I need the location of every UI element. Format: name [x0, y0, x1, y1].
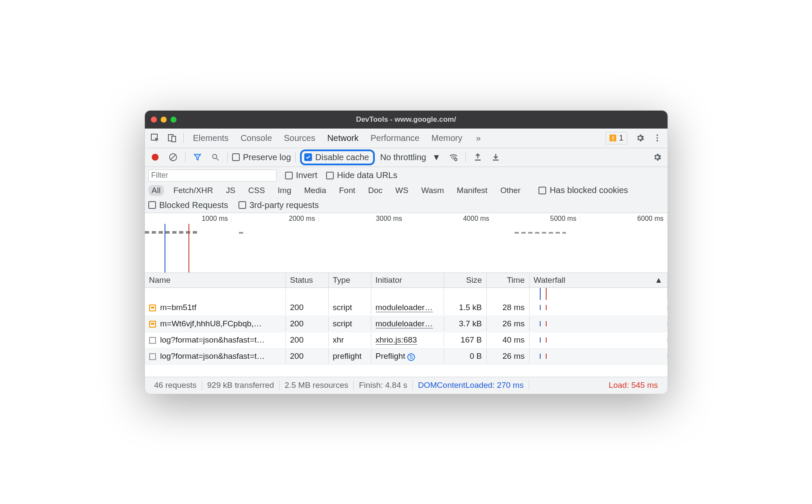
divider — [227, 152, 228, 162]
has-blocked-cookies-checkbox[interactable]: Has blocked cookies — [538, 185, 628, 195]
main-tabstrip: ElementsConsoleSourcesNetworkPerformance… — [145, 129, 668, 148]
divider — [185, 152, 185, 162]
table-row[interactable]: m=Wt6vjf,hhhU8,FCpbqb,…200scriptmodulelo… — [145, 316, 668, 332]
filter-chip-doc[interactable]: Doc — [365, 185, 386, 196]
kebab-menu-icon[interactable] — [650, 130, 665, 146]
filter-chip-media[interactable]: Media — [301, 185, 330, 196]
tab-performance[interactable]: Performance — [365, 128, 426, 148]
issues-badge[interactable]: ! 1 — [606, 132, 627, 144]
blocked-requests-checkbox[interactable]: Blocked Requests — [148, 200, 228, 210]
svg-line-7 — [171, 155, 175, 160]
th-status[interactable]: Status — [286, 273, 329, 287]
cell-waterfall — [530, 305, 668, 310]
filter-chip-js[interactable]: JS — [223, 185, 239, 196]
th-initiator[interactable]: Initiator — [371, 273, 444, 287]
disable-cache-label: Disable cache — [315, 152, 369, 162]
checkbox-unchecked-icon — [148, 201, 156, 209]
status-transferred: 929 kB transferred — [202, 381, 279, 390]
svg-line-9 — [216, 158, 218, 161]
cell-size: 167 B — [444, 333, 487, 347]
filter-chip-ws[interactable]: WS — [392, 185, 412, 196]
invert-checkbox[interactable]: Invert — [285, 170, 318, 180]
issues-warning-icon: ! — [609, 135, 616, 141]
hide-data-urls-checkbox[interactable]: Hide data URLs — [326, 170, 397, 180]
network-conditions-icon[interactable] — [446, 149, 461, 165]
download-har-icon[interactable] — [488, 149, 503, 165]
disable-cache-checkbox[interactable]: Disable cache — [304, 152, 369, 162]
cell-initiator[interactable]: moduleloader… — [376, 303, 433, 312]
th-name[interactable]: Name — [145, 273, 286, 287]
close-window-button[interactable] — [151, 117, 157, 123]
cell-initiator[interactable]: Preflight — [376, 352, 406, 360]
filter-chip-img[interactable]: Img — [274, 185, 295, 196]
cell-status: 200 — [286, 333, 329, 347]
cell-waterfall — [530, 321, 668, 326]
maximize-window-button[interactable] — [171, 117, 177, 123]
sort-triangle-icon: ▲ — [655, 275, 663, 285]
third-party-checkbox[interactable]: 3rd-party requests — [238, 200, 319, 210]
tab-memory[interactable]: Memory — [426, 128, 468, 148]
cell-initiator[interactable]: xhrio.js:683 — [376, 335, 417, 345]
overview-tick: 5000 ms — [493, 215, 580, 223]
tab-more[interactable]: » — [470, 128, 487, 148]
cell-name: m=bm51tf — [160, 303, 197, 312]
minimize-window-button[interactable] — [161, 117, 167, 123]
clear-icon[interactable] — [165, 149, 181, 165]
waterfall-header-label: Waterfall — [534, 275, 565, 285]
file-type-icon — [149, 353, 156, 360]
disable-cache-highlight: Disable cache — [300, 149, 375, 165]
overview-tick: 3000 ms — [319, 215, 406, 223]
cell-time: 40 ms — [487, 333, 530, 347]
tab-network[interactable]: Network — [321, 128, 365, 148]
tab-console[interactable]: Console — [235, 128, 278, 148]
filter-chip-all[interactable]: All — [148, 185, 164, 196]
filter-chip-other[interactable]: Other — [497, 185, 524, 196]
upload-har-icon[interactable] — [470, 149, 485, 165]
filter-chip-css[interactable]: CSS — [245, 185, 268, 196]
svg-point-10 — [455, 158, 457, 161]
settings-gear-icon[interactable] — [633, 130, 648, 146]
throttling-dropdown[interactable]: No throttling ▼ — [377, 152, 443, 162]
th-time[interactable]: Time — [487, 273, 530, 287]
network-settings-gear-icon[interactable] — [650, 149, 665, 165]
filter-funnel-icon[interactable] — [190, 149, 205, 165]
svg-point-5 — [656, 140, 658, 142]
svg-rect-2 — [172, 136, 176, 142]
network-toolbar: Preserve log Disable cache No throttling… — [145, 148, 668, 167]
th-size[interactable]: Size — [444, 273, 487, 287]
tab-elements[interactable]: Elements — [187, 128, 235, 148]
tab-sources[interactable]: Sources — [278, 128, 321, 148]
inspect-icon[interactable] — [147, 130, 163, 146]
filter-input[interactable] — [148, 170, 277, 182]
checkbox-unchecked-icon — [326, 172, 334, 179]
titlebar: DevTools - www.google.com/ — [145, 111, 668, 129]
blocked-requests-label: Blocked Requests — [159, 200, 228, 210]
table-row[interactable]: log?format=json&hasfast=t…200xhrxhrio.js… — [145, 332, 668, 349]
filter-chip-fetch-xhr[interactable]: Fetch/XHR — [170, 185, 217, 196]
filter-bar: Invert Hide data URLs AllFetch/XHRJSCSSI… — [145, 167, 668, 213]
cell-type: script — [329, 316, 371, 331]
table-row[interactable]: m=bm51tf200scriptmoduleloader…1.5 kB28 m… — [145, 300, 668, 316]
dcl-marker — [165, 224, 165, 273]
filter-chip-wasm[interactable]: Wasm — [418, 185, 447, 196]
overview-activity-segment — [515, 232, 566, 234]
invert-label: Invert — [296, 170, 318, 180]
issues-count: 1 — [619, 134, 623, 143]
filter-chip-font[interactable]: Font — [335, 185, 359, 196]
timeline-overview[interactable]: 1000 ms2000 ms3000 ms4000 ms5000 ms6000 … — [145, 213, 668, 273]
preflight-swap-icon: ⇅ — [407, 353, 415, 361]
cell-size: 1.5 kB — [444, 300, 487, 315]
preserve-log-checkbox[interactable]: Preserve log — [232, 152, 291, 162]
cell-name: log?format=json&hasfast=t… — [160, 335, 265, 344]
cell-name: m=Wt6vjf,hhhU8,FCpbqb,… — [160, 319, 262, 328]
search-icon[interactable] — [208, 149, 223, 165]
cell-initiator[interactable]: moduleloader… — [376, 319, 433, 328]
cell-time: 28 ms — [487, 300, 530, 315]
device-toggle-icon[interactable] — [165, 130, 180, 146]
file-type-icon — [149, 337, 156, 344]
th-waterfall[interactable]: Waterfall ▲ — [530, 273, 668, 287]
th-type[interactable]: Type — [329, 273, 371, 287]
table-row[interactable]: log?format=json&hasfast=t…200preflightPr… — [145, 349, 668, 365]
record-button[interactable] — [152, 154, 159, 161]
filter-chip-manifest[interactable]: Manifest — [453, 185, 491, 196]
